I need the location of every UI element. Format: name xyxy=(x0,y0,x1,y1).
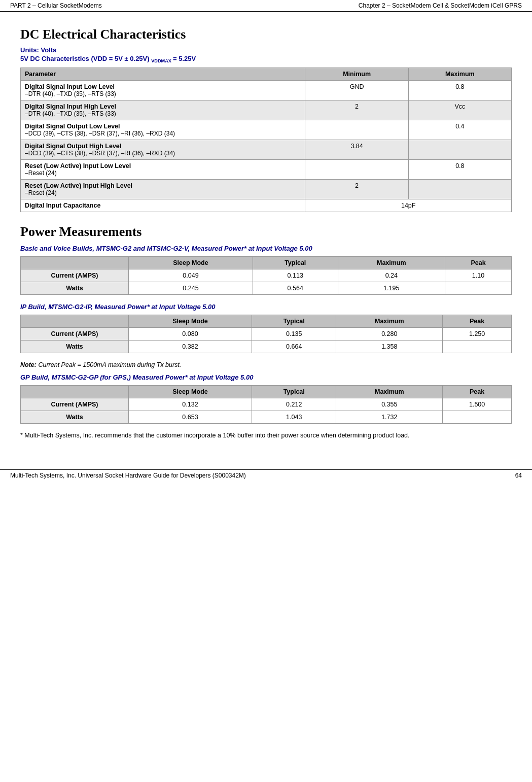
units-label: Units: Volts xyxy=(20,46,512,54)
dc-table-header-row: Parameter Minimum Maximum xyxy=(21,68,512,81)
power-table-row: Watts0.2450.5641.195 xyxy=(21,282,512,295)
power-col-header: Typical xyxy=(252,386,336,398)
dc-table: Parameter Minimum Maximum Digital Signal… xyxy=(20,67,512,212)
header-left: PART 2 – Cellular SocketModems xyxy=(10,2,102,9)
dc-param-cell: Digital Signal Input Low Level–DTR (40),… xyxy=(21,81,305,100)
param-main: Digital Signal Output High Level xyxy=(25,143,121,150)
power-cell-label: Watts xyxy=(21,282,129,295)
power-cell-peak: 1.500 xyxy=(443,398,512,411)
dc-col-parameter: Parameter xyxy=(21,68,305,81)
power-table-row: Current (AMPS)0.0490.1130.241.10 xyxy=(21,269,512,282)
dc-maximum-cell: Vcc xyxy=(408,100,511,120)
dc-table-row: Digital Signal Output Low Level–DCD (39)… xyxy=(21,120,512,140)
power-cell-sleep: 0.049 xyxy=(128,269,253,282)
power-cell-peak xyxy=(445,282,512,295)
power-cell-sleep: 0.080 xyxy=(128,328,252,341)
dc-param-cell: Digital Input Capacitance xyxy=(21,199,305,212)
power-col-header: Maximum xyxy=(336,386,443,398)
power-col-header: Sleep Mode xyxy=(128,315,252,328)
power-table: Sleep ModeTypicalMaximumPeakCurrent (AMP… xyxy=(20,256,512,295)
power-footnote: * Multi-Tech Systems, Inc. recommends th… xyxy=(20,432,512,439)
power-table-row: Watts0.6531.0431.732 xyxy=(21,411,512,424)
dc-table-row: Reset (Low Active) Input High Level–Rese… xyxy=(21,180,512,199)
power-col-header: Sleep Mode xyxy=(128,257,253,269)
power-table-row: Current (AMPS)0.1320.2120.3551.500 xyxy=(21,398,512,411)
power-subsection-title: Basic and Voice Builds, MTSMC-G2 and MTS… xyxy=(20,245,512,252)
dc-col-minimum: Minimum xyxy=(305,68,408,81)
dc-maximum-cell: 0.4 xyxy=(408,120,511,140)
page-header: PART 2 – Cellular SocketModems Chapter 2… xyxy=(0,0,532,12)
dc-col-maximum: Maximum xyxy=(408,68,511,81)
dc-table-row: Reset (Low Active) Input Low Level–Reset… xyxy=(21,160,512,180)
vddmax-sub: VDDMAX xyxy=(151,58,171,63)
power-cell-maximum: 0.355 xyxy=(336,398,443,411)
dc-minimum-cell: 2 xyxy=(305,180,408,199)
vdd-label-text: 5V DC Characteristics (VDD = 5V ± 0.25V) xyxy=(20,55,150,62)
power-cell-peak xyxy=(443,411,512,424)
param-sub: –DCD (39), –CTS (38), –DSR (37), –RI (36… xyxy=(25,130,175,137)
note-bold: Note: xyxy=(20,361,37,368)
power-col-header xyxy=(21,257,129,269)
param-main: Reset (Low Active) Input Low Level xyxy=(25,162,131,169)
power-col-header: Sleep Mode xyxy=(128,386,252,398)
power-col-header: Typical xyxy=(252,315,336,328)
dc-minimum-cell xyxy=(305,120,408,140)
power-table-header-row: Sleep ModeTypicalMaximumPeak xyxy=(21,386,512,398)
power-cell-sleep: 0.382 xyxy=(128,341,252,353)
footnote-text: * Multi-Tech Systems, Inc. recommends th… xyxy=(20,432,410,439)
dc-param-cell: Digital Signal Output High Level–DCD (39… xyxy=(21,140,305,160)
power-section: Power Measurements Basic and Voice Build… xyxy=(20,224,512,439)
power-cell-label: Current (AMPS) xyxy=(21,398,129,411)
vddmax-value: = 5.25V xyxy=(173,55,196,62)
dc-param-cell: Digital Signal Output Low Level–DCD (39)… xyxy=(21,120,305,140)
power-col-header: Peak xyxy=(445,257,512,269)
power-col-header xyxy=(21,315,129,328)
power-col-header: Maximum xyxy=(336,315,443,328)
dc-maximum-cell: 0.8 xyxy=(408,81,511,100)
dc-param-cell: Reset (Low Active) Input Low Level–Reset… xyxy=(21,160,305,180)
power-table-row: Current (AMPS)0.0800.1350.2801.250 xyxy=(21,328,512,341)
power-cell-label: Current (AMPS) xyxy=(21,269,129,282)
power-cell-typical: 0.212 xyxy=(252,398,336,411)
power-cell-typical: 0.113 xyxy=(253,269,338,282)
dc-maximum-cell: 0.8 xyxy=(408,160,511,180)
dc-maximum-cell xyxy=(408,180,511,199)
param-main: Digital Signal Input High Level xyxy=(25,103,116,110)
power-col-header: Peak xyxy=(443,315,512,328)
power-table: Sleep ModeTypicalMaximumPeakCurrent (AMP… xyxy=(20,315,512,353)
power-note: Note: Current Peak = 1500mA maximum duri… xyxy=(20,361,512,368)
power-subsection-title: GP Build, MTSMC-G2-GP (for GPS,) Measure… xyxy=(20,373,512,381)
power-cell-maximum: 0.280 xyxy=(336,328,443,341)
power-cell-maximum: 0.24 xyxy=(338,269,445,282)
power-cell-typical: 0.664 xyxy=(252,341,336,353)
power-cell-label: Watts xyxy=(21,341,129,353)
power-cell-maximum: 1.358 xyxy=(336,341,443,353)
power-cell-maximum: 1.732 xyxy=(336,411,443,424)
vddmax-subscript: VDDMAX xyxy=(151,56,173,62)
power-col-header xyxy=(21,386,129,398)
dc-minimum-cell: 2 xyxy=(305,100,408,120)
power-table: Sleep ModeTypicalMaximumPeakCurrent (AMP… xyxy=(20,385,512,424)
power-section-title: Power Measurements xyxy=(20,224,512,240)
power-cell-maximum: 1.195 xyxy=(338,282,445,295)
param-sub: –DCD (39), –CTS (38), –DSR (37), –RI (36… xyxy=(25,150,175,157)
power-cell-typical: 0.564 xyxy=(253,282,338,295)
power-col-header: Peak xyxy=(443,386,512,398)
power-cell-sleep: 0.245 xyxy=(128,282,253,295)
dc-section-title: DC Electrical Characteristics xyxy=(20,27,512,42)
page-content: DC Electrical Characteristics Units: Vol… xyxy=(0,12,532,449)
param-sub: –DTR (40), –TXD (35), –RTS (33) xyxy=(25,90,116,97)
page-footer: Multi-Tech Systems, Inc. Universal Socke… xyxy=(0,469,532,481)
param-sub: –DTR (40), –TXD (35), –RTS (33) xyxy=(25,110,116,117)
dc-param-cell: Reset (Low Active) Input High Level–Rese… xyxy=(21,180,305,199)
dc-minimum-cell xyxy=(305,160,408,180)
dc-section: DC Electrical Characteristics Units: Vol… xyxy=(20,27,512,212)
power-table-row: Watts0.3820.6641.358 xyxy=(21,341,512,353)
footer-left: Multi-Tech Systems, Inc. Universal Socke… xyxy=(10,472,246,479)
dc-value-cell: 14pF xyxy=(305,199,512,212)
param-main: Digital Signal Input Low Level xyxy=(25,83,115,90)
dc-table-row: Digital Input Capacitance14pF xyxy=(21,199,512,212)
dc-maximum-cell xyxy=(408,140,511,160)
power-cell-peak: 1.10 xyxy=(445,269,512,282)
dc-minimum-cell: 3.84 xyxy=(305,140,408,160)
